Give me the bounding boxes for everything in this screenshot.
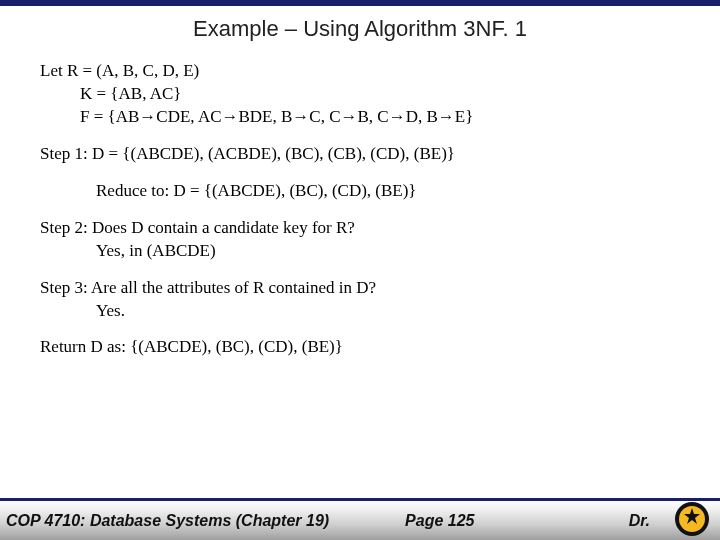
line-step1: Step 1: D = {(ABCDE), (ACBDE), (BC), (CB… [40,143,680,166]
slide-title: Example – Using Algorithm 3NF. 1 [0,16,720,42]
slide-footer: COP 4710: Database Systems (Chapter 19) … [0,498,720,540]
ucf-logo-icon [674,501,710,537]
line-letr: Let R = (A, B, C, D, E) K = {AB, AC} F =… [40,60,680,129]
top-accent-bar [0,0,720,6]
line-reduce: Reduce to: D = {(ABCDE), (BC), (CD), (BE… [40,180,680,203]
footer-author: Dr. [629,512,650,530]
text-f: F = {AB→CDE, AC→BDE, B→C, C→B, C→D, B→E} [40,107,473,126]
text-step2b: Yes, in (ABCDE) [40,241,216,260]
text-step3b: Yes. [40,301,125,320]
line-step2: Step 2: Does D contain a candidate key f… [40,217,680,263]
text-k: K = {AB, AC} [40,84,181,103]
slide-body: Let R = (A, B, C, D, E) K = {AB, AC} F =… [0,60,720,359]
footer-course: COP 4710: Database Systems (Chapter 19) [6,512,329,530]
line-return: Return D as: {(ABCDE), (BC), (CD), (BE)} [40,336,680,359]
text-step2a: Step 2: Does D contain a candidate key f… [40,218,355,237]
text-letr: Let R = (A, B, C, D, E) [40,61,199,80]
line-step3: Step 3: Are all the attributes of R cont… [40,277,680,323]
footer-page: Page 125 [405,512,474,530]
text-step3a: Step 3: Are all the attributes of R cont… [40,278,376,297]
